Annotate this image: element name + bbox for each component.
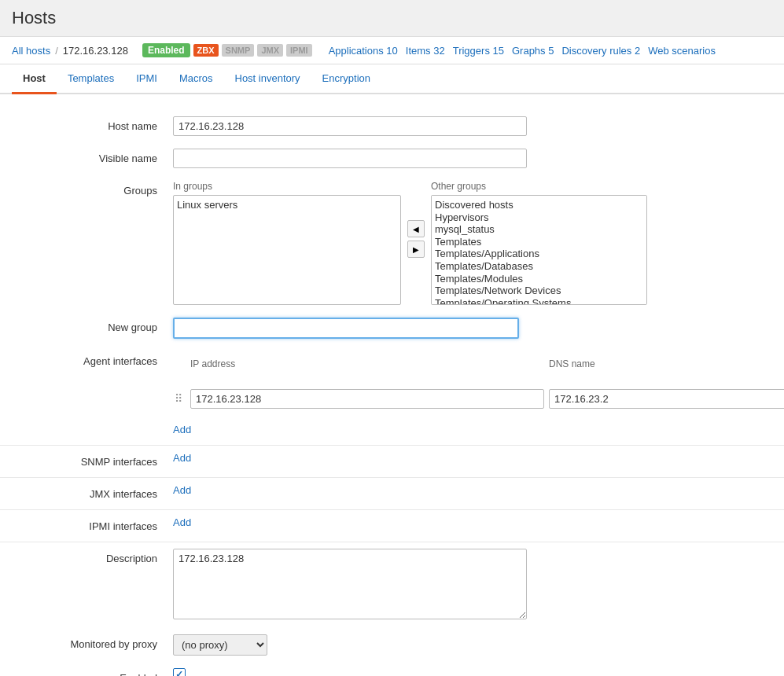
visible-name-label: Visible name xyxy=(16,149,173,164)
host-name-field xyxy=(173,116,768,136)
other-group-option[interactable]: Discovered hosts xyxy=(435,199,643,211)
agent-interfaces-row: Agent interfaces IP address DNS name Con… xyxy=(0,345,784,442)
other-group-option[interactable]: Templates/Applications xyxy=(435,248,643,260)
monitored-by-proxy-field: (no proxy) xyxy=(173,634,768,656)
interfaces-table: IP address DNS name Connect to Port Defa… xyxy=(173,351,784,419)
tab-templates[interactable]: Templates xyxy=(57,64,125,94)
snmp-interfaces-label: SNMP interfaces xyxy=(16,452,173,468)
enabled-label: Enabled xyxy=(16,668,173,676)
status-enabled-badge: Enabled xyxy=(142,43,190,57)
nav-applications[interactable]: Applications 10 xyxy=(329,45,398,57)
enabled-row: Enabled ✓ xyxy=(0,662,784,676)
nav-graphs[interactable]: Graphs 5 xyxy=(512,45,554,57)
dns-name-input[interactable] xyxy=(549,389,784,409)
new-group-input[interactable] xyxy=(173,318,519,339)
description-textarea[interactable]: 172.16.23.128 xyxy=(173,549,527,619)
tab-host[interactable]: Host xyxy=(12,64,57,94)
host-name-row: Host name xyxy=(0,110,784,142)
other-groups-label: Other groups xyxy=(431,181,647,192)
nav-discovery-rules[interactable]: Discovery rules 2 xyxy=(561,45,640,57)
groups-label: Groups xyxy=(16,181,173,197)
add-snmp-interface-link[interactable]: Add xyxy=(173,452,191,464)
snmp-interfaces-row: SNMP interfaces Add xyxy=(0,445,784,474)
breadcrumb-bar: All hosts / 172.16.23.128 Enabled ZBX SN… xyxy=(0,37,784,64)
enabled-checkbox-wrapper: ✓ xyxy=(173,668,768,676)
visible-name-row: Visible name xyxy=(0,142,784,175)
tab-bar: Host Templates IPMI Macros Host inventor… xyxy=(0,64,784,94)
snmp-interfaces-field: Add xyxy=(173,452,768,464)
nav-items[interactable]: Items 32 xyxy=(406,45,445,57)
monitored-by-proxy-row: Monitored by proxy (no proxy) xyxy=(0,628,784,662)
groups-container: In groups Linux servers ◀ ▶ Other groups… xyxy=(173,181,768,305)
other-groups-box: Other groups Discovered hosts Hypervisor… xyxy=(431,181,647,305)
other-group-option[interactable]: Templates/Modules xyxy=(435,273,643,285)
breadcrumb-all-hosts[interactable]: All hosts xyxy=(12,45,50,57)
zbx-badge: ZBX xyxy=(193,44,219,57)
nav-web-scenarios[interactable]: Web scenarios xyxy=(648,45,716,57)
tab-macros[interactable]: Macros xyxy=(168,64,224,94)
add-jmx-interface-link[interactable]: Add xyxy=(173,484,191,496)
move-left-button[interactable]: ◀ xyxy=(407,220,425,237)
jmx-badge: JMX xyxy=(257,44,283,57)
new-group-field xyxy=(173,318,768,339)
jmx-interfaces-label: JMX interfaces xyxy=(16,484,173,500)
in-groups-list[interactable]: Linux servers xyxy=(173,195,401,305)
interface-row: ⠿ IP DNS Remove xyxy=(175,380,784,417)
col-ip-address: IP address xyxy=(190,353,547,378)
new-group-label: New group xyxy=(16,318,173,333)
ipmi-interfaces-field: Add xyxy=(173,516,768,528)
other-group-option[interactable]: Templates/Databases xyxy=(435,260,643,273)
proxy-select[interactable]: (no proxy) xyxy=(173,634,267,656)
jmx-interfaces-row: JMX interfaces Add xyxy=(0,477,784,506)
ip-address-input[interactable] xyxy=(190,389,544,409)
interfaces-header: IP address DNS name Connect to Port Defa… xyxy=(175,353,784,378)
other-group-option[interactable]: mysql_status xyxy=(435,223,643,236)
in-groups-label: In groups xyxy=(173,181,401,192)
new-group-row: New group xyxy=(0,311,784,345)
ipmi-interfaces-row: IPMI interfaces Add xyxy=(0,509,784,538)
monitored-by-proxy-label: Monitored by proxy xyxy=(16,634,173,650)
other-group-option[interactable]: Hypervisors xyxy=(435,211,643,224)
visible-name-input[interactable] xyxy=(173,149,527,168)
col-dns-name: DNS name xyxy=(549,353,784,378)
groups-row: Groups In groups Linux servers ◀ ▶ Other… xyxy=(0,175,784,311)
snmp-badge: SNMP xyxy=(222,44,255,57)
ipmi-badge: IPMI xyxy=(286,44,312,57)
breadcrumb-current-host: 172.16.23.128 xyxy=(63,45,128,57)
ipmi-interfaces-label: IPMI interfaces xyxy=(16,516,173,532)
tab-ipmi[interactable]: IPMI xyxy=(125,64,168,94)
enabled-checkbox[interactable]: ✓ xyxy=(173,668,186,676)
drag-handle[interactable]: ⠿ xyxy=(175,392,186,405)
other-groups-list[interactable]: Discovered hosts Hypervisors mysql_statu… xyxy=(431,195,647,305)
tab-encryption[interactable]: Encryption xyxy=(311,64,381,94)
in-groups-option[interactable]: Linux servers xyxy=(177,199,397,211)
agent-interfaces-field: IP address DNS name Connect to Port Defa… xyxy=(173,351,784,435)
other-group-option[interactable]: Templates xyxy=(435,236,643,248)
visible-name-field xyxy=(173,149,768,168)
move-right-button[interactable]: ▶ xyxy=(407,241,425,258)
description-row: Description 172.16.23.128 xyxy=(0,542,784,628)
checkmark-icon: ✓ xyxy=(175,669,183,676)
add-ipmi-interface-link[interactable]: Add xyxy=(173,516,191,528)
description-field: 172.16.23.128 xyxy=(173,549,768,622)
breadcrumb-separator: / xyxy=(55,45,58,57)
agent-interfaces-label: Agent interfaces xyxy=(16,351,173,367)
add-agent-interface-link[interactable]: Add xyxy=(173,424,191,435)
in-groups-box: In groups Linux servers xyxy=(173,181,401,305)
form-container: Host name Visible name Groups In groups … xyxy=(0,94,784,676)
tab-host-inventory[interactable]: Host inventory xyxy=(224,64,311,94)
enabled-field: ✓ xyxy=(173,668,768,676)
jmx-interfaces-field: Add xyxy=(173,484,768,496)
page-header: Hosts xyxy=(0,0,784,37)
other-group-option[interactable]: Templates/Operating Systems xyxy=(435,297,643,305)
nav-triggers[interactable]: Triggers 15 xyxy=(453,45,504,57)
host-name-input[interactable] xyxy=(173,116,527,136)
group-arrows: ◀ ▶ xyxy=(407,220,425,258)
description-label: Description xyxy=(16,549,173,564)
other-group-option[interactable]: Templates/Network Devices xyxy=(435,285,643,297)
page-title: Hosts xyxy=(12,8,772,28)
host-name-label: Host name xyxy=(16,116,173,132)
groups-field: In groups Linux servers ◀ ▶ Other groups… xyxy=(173,181,768,305)
